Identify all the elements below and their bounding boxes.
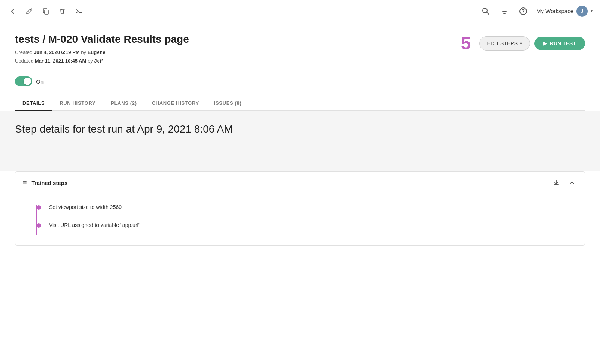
top-navigation: My Workspace J ▾ — [0, 0, 600, 22]
created-by-label: by — [81, 49, 86, 55]
created-by: Eugene — [88, 49, 105, 55]
tab-change-history[interactable]: CHANGE HISTORY — [144, 96, 207, 111]
workspace-label: My Workspace — [536, 8, 573, 14]
edit-steps-label: EDIT STEPS — [487, 40, 518, 46]
step-row: Set viewport size to width 2560 — [27, 198, 573, 216]
tab-details[interactable]: DETAILS — [15, 96, 52, 111]
trained-steps-header-right — [551, 178, 577, 188]
step-row: Visit URL assigned to variable "app.url" — [27, 216, 573, 234]
step-run-title: Step details for test run at Apr 9, 2021… — [15, 123, 585, 135]
breadcrumb-row: tests / M-020 Validate Results page Crea… — [15, 33, 585, 65]
step-description-1: Set viewport size to width 2560 — [49, 204, 122, 210]
terminal-button[interactable] — [74, 6, 86, 16]
title-section: tests / M-020 Validate Results page Crea… — [15, 33, 189, 65]
content-area: Step details for test run at Apr 9, 2021… — [0, 111, 600, 171]
edit-button[interactable] — [24, 6, 34, 16]
run-test-label: RUN TEST — [550, 40, 576, 46]
workspace-button[interactable]: My Workspace J ▾ — [536, 6, 592, 17]
trained-steps-card: ≡ Trained steps Set viewport size to wid… — [15, 171, 585, 246]
svg-point-3 — [523, 12, 524, 13]
run-test-button[interactable]: ▶ RUN TEST — [534, 37, 585, 50]
page-title: tests / M-020 Validate Results page — [15, 33, 189, 46]
created-label: Created — [15, 49, 32, 55]
edit-steps-button[interactable]: EDIT STEPS ▾ — [479, 36, 530, 51]
created-date: Jun 4, 2020 6:19 PM — [34, 49, 80, 55]
topnav-left — [8, 6, 480, 16]
title-actions: 5 EDIT STEPS ▾ ▶ RUN TEST — [461, 34, 585, 52]
step-count: 5 — [461, 34, 471, 52]
page-meta: Created Jun 4, 2020 6:19 PM by Eugene Up… — [15, 48, 189, 66]
enabled-toggle[interactable] — [15, 76, 32, 86]
svg-rect-0 — [45, 10, 48, 14]
step-dot-2 — [36, 223, 41, 228]
hamburger-icon: ≡ — [23, 179, 27, 187]
download-steps-button[interactable] — [551, 178, 561, 188]
run-icon: ▶ — [543, 41, 547, 46]
chevron-down-icon: ▾ — [591, 9, 592, 13]
copy-button[interactable] — [40, 6, 51, 16]
trained-steps-header-left: ≡ Trained steps — [23, 179, 68, 187]
back-button[interactable] — [8, 6, 18, 16]
toggle-row: On — [15, 76, 585, 86]
updated-by-label: by — [88, 58, 93, 64]
filter-button[interactable] — [499, 6, 510, 17]
updated-date: Mar 11, 2021 10:45 AM — [35, 58, 87, 64]
help-button[interactable] — [518, 6, 529, 17]
step-description-2: Visit URL assigned to variable "app.url" — [49, 222, 140, 228]
updated-by: Jeff — [94, 58, 103, 64]
updated-label: Updated — [15, 58, 33, 64]
trained-steps-title: Trained steps — [32, 180, 68, 186]
avatar: J — [576, 6, 588, 17]
tab-issues[interactable]: ISSUES (8) — [207, 96, 249, 111]
topnav-right: My Workspace J ▾ — [480, 6, 592, 17]
collapse-steps-button[interactable] — [567, 178, 577, 188]
tab-run-history[interactable]: RUN HISTORY — [52, 96, 103, 111]
main-content: tests / M-020 Validate Results page Crea… — [0, 22, 600, 111]
edit-steps-chevron-icon: ▾ — [520, 41, 522, 46]
svg-point-1 — [483, 8, 487, 13]
tabs-row: DETAILS RUN HISTORY PLANS (2) CHANGE HIS… — [15, 96, 585, 111]
tab-plans[interactable]: PLANS (2) — [103, 96, 144, 111]
search-button[interactable] — [480, 6, 491, 17]
delete-button[interactable] — [57, 6, 68, 16]
step-list: Set viewport size to width 2560 Visit UR… — [15, 194, 585, 245]
toggle-label: On — [36, 78, 44, 85]
step-dot-1 — [36, 205, 41, 210]
trained-steps-header: ≡ Trained steps — [15, 172, 585, 194]
